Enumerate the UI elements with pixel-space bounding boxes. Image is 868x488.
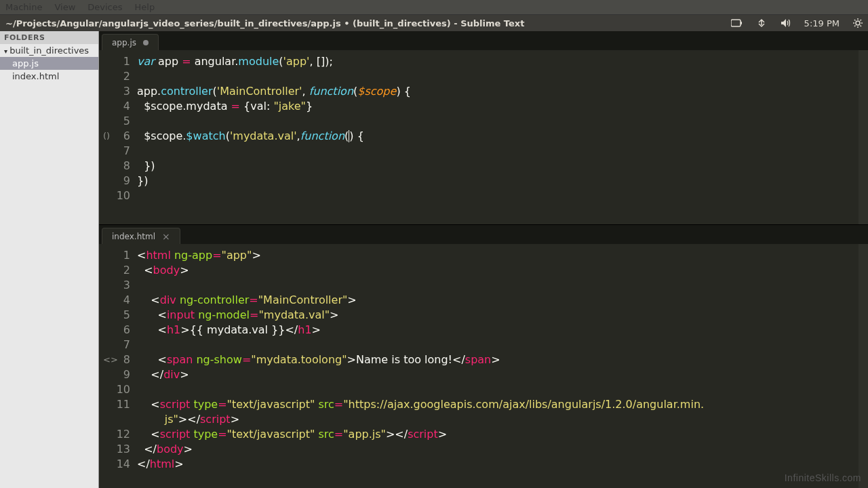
- svg-line-9: [854, 26, 856, 27]
- code-top[interactable]: var app = angular.module('app', []);app.…: [137, 50, 868, 224]
- ubuntu-panel: ~/Projects/Angular/angularjs_video_serie…: [0, 15, 868, 31]
- tabbar-bottom: index.html ×: [99, 225, 868, 244]
- close-icon[interactable]: ×: [162, 232, 170, 241]
- sublime-editor: FOLDERS built_in_directives app.js index…: [0, 31, 868, 488]
- svg-rect-0: [731, 20, 741, 26]
- svg-line-10: [861, 20, 862, 21]
- editor-pane-bottom[interactable]: 12345678<>91011121314 <html ng-app="app"…: [99, 244, 868, 488]
- svg-line-7: [854, 20, 856, 21]
- clock[interactable]: 5:19 PM: [804, 18, 840, 28]
- menu-machine[interactable]: Machine: [5, 2, 42, 12]
- gutter-bottom: 12345678<>91011121314: [99, 244, 137, 488]
- menu-devices[interactable]: Devices: [87, 2, 122, 12]
- volume-icon[interactable]: [780, 17, 792, 29]
- svg-rect-1: [741, 22, 742, 24]
- tab-indexhtml[interactable]: index.html ×: [102, 228, 180, 244]
- tab-appjs[interactable]: app.js: [102, 34, 159, 50]
- sidebar: FOLDERS built_in_directives app.js index…: [0, 31, 99, 488]
- scrollbar[interactable]: [859, 50, 868, 224]
- watermark: InfiniteSkills.com: [785, 470, 861, 485]
- battery-icon[interactable]: [731, 17, 743, 29]
- scrollbar[interactable]: [859, 244, 868, 488]
- sidebar-file-indexhtml[interactable]: index.html: [0, 70, 98, 83]
- gutter-top: 123456()78910: [99, 50, 137, 224]
- menu-help[interactable]: Help: [135, 2, 155, 12]
- tab-label: index.html: [112, 232, 155, 241]
- tab-label: app.js: [112, 38, 136, 47]
- gear-icon[interactable]: [852, 17, 864, 29]
- code-bottom[interactable]: <html ng-app="app"> <body> <div ng-contr…: [137, 244, 868, 488]
- network-icon[interactable]: [755, 17, 768, 29]
- sidebar-header: FOLDERS: [0, 31, 98, 44]
- svg-point-2: [856, 21, 860, 25]
- editor-pane-top[interactable]: 123456()78910 var app = angular.module('…: [99, 50, 868, 225]
- sidebar-file-appjs[interactable]: app.js: [0, 57, 98, 70]
- tabbar-top: app.js: [99, 31, 868, 50]
- menu-view[interactable]: View: [54, 2, 75, 12]
- vm-menubar: Machine View Devices Help: [0, 0, 868, 15]
- window-title: ~/Projects/Angular/angularjs_video_serie…: [4, 18, 731, 28]
- sidebar-folder-root[interactable]: built_in_directives: [0, 44, 98, 57]
- svg-line-8: [861, 26, 862, 27]
- dirty-indicator-icon: [143, 40, 149, 45]
